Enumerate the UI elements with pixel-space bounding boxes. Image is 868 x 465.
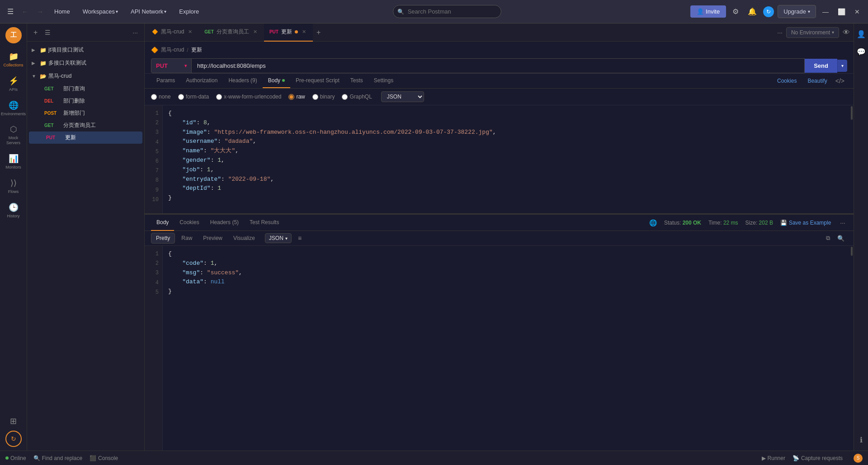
tab-close-emp[interactable]: ✕ [252,28,259,35]
response-tab-headers[interactable]: Headers (5) [205,215,244,231]
tab-get-emp[interactable]: GET 分页查询员工 ✕ [199,23,264,42]
tree-item-heima[interactable]: ▼ 📂 黑马-crud [27,70,144,83]
extensions-icon-button[interactable]: ⊞ [2,413,25,430]
tab-add-button[interactable]: + [313,27,324,38]
sidebar-item-environments[interactable]: 🌐 Environments [2,97,25,120]
breadcrumb-collection[interactable]: 黑马-crud [161,46,184,54]
settings-icon-button[interactable]: ⚙ [730,5,741,18]
save-as-example-button[interactable]: 💾 Save as Example [780,220,831,226]
runner-button[interactable]: ▶ Runner [762,455,785,461]
tree-item-emp-page[interactable]: GET 分页查询员工 [27,119,144,132]
save-icon: 💾 [780,220,787,226]
beautify-link[interactable]: Beautify [802,74,832,88]
more-collections-button[interactable]: ··· [131,28,140,37]
right-person-icon-button[interactable]: 👤 [854,27,868,41]
tab-params[interactable]: Params [151,74,180,88]
filter-icon-button[interactable]: ≡ [295,233,304,243]
code-icon-button[interactable]: </> [833,74,847,88]
hamburger-button[interactable]: ☰ [5,5,15,18]
explore-nav[interactable]: Explore [175,5,203,18]
tab-body[interactable]: Body [263,74,290,88]
sidebar-item-collections[interactable]: 📁 Collections [2,48,25,71]
tree-item-dept-add[interactable]: POST 新增部门 [27,107,144,119]
online-status[interactable]: Online [5,455,26,461]
tab-more-button[interactable]: ··· [774,27,786,38]
format-raw[interactable]: Raw [177,233,197,243]
search-response-button[interactable]: 🔍 [835,234,847,243]
tab-tests[interactable]: Tests [345,74,368,88]
send-arrow-button[interactable]: ▾ [837,60,847,72]
code-line-1: { [168,109,844,118]
response-tab-body[interactable]: Body [151,215,174,231]
home-nav[interactable]: Home [50,5,75,18]
tree-item-jt[interactable]: ▶ 📁 jt项目接口测试 [27,43,144,56]
tab-close-heima[interactable]: ✕ [187,28,193,35]
request-code-content[interactable]: { "id": 8, "image": "https://web-framewo… [163,105,850,213]
tab-close-update[interactable]: ✕ [301,28,307,35]
environment-selector[interactable]: No Environment ▾ [786,27,839,38]
search-input[interactable] [393,5,501,18]
tab-settings[interactable]: Settings [368,74,399,88]
copy-response-button[interactable]: ⧉ [823,233,833,243]
right-info-icon-button[interactable]: ℹ [857,433,865,447]
find-replace-button[interactable]: 🔍 Find and replace [33,455,82,461]
option-urlencoded[interactable]: x-www-form-urlencoded [216,94,281,100]
right-comment-icon-button[interactable]: 💬 [854,45,868,59]
tree-item-dept-delete[interactable]: DEL 部门删除 [27,95,144,107]
bell-icon-button[interactable]: 🔔 [745,5,760,18]
workspaces-nav[interactable]: Workspaces ▾ [78,5,123,18]
sidebar-item-apis[interactable]: ⚡ APIs [2,72,25,96]
close-button[interactable]: ✕ [852,6,863,17]
sync-status-icon[interactable]: ↻ [5,431,22,447]
capture-button[interactable]: 📡 Capture requests [793,455,843,461]
tree-item-update[interactable]: PUT 更新 [29,132,142,144]
option-none[interactable]: none [151,94,171,100]
response-tab-cookies[interactable]: Cookies [174,215,204,231]
option-binary[interactable]: binary [312,94,335,100]
tree-item-dept-query[interactable]: GET 部门查询 [27,83,144,95]
post-method-badge: POST [44,111,61,116]
postman-logo-area: S [854,454,863,463]
minimize-button[interactable]: — [820,6,831,17]
response-tab-test-results[interactable]: Test Results [244,215,284,231]
sidebar-item-monitors[interactable]: 📊 Monitors [2,150,25,174]
forward-button[interactable]: → [34,6,46,17]
env-eye-button[interactable]: 👁 [841,27,852,38]
upgrade-button[interactable]: Upgrade ▾ [778,5,816,18]
sidebar-item-history[interactable]: 🕒 History [2,199,25,222]
send-button[interactable]: Send [805,59,837,73]
format-visualize[interactable]: Visualize [229,233,259,243]
sidebar-item-flows[interactable]: ⟩⟩ Flows [2,174,25,198]
sidebar-item-mock-servers[interactable]: ⬡ Mock Servers [2,121,25,149]
maximize-button[interactable]: ⬜ [835,6,848,17]
url-input[interactable] [192,58,805,73]
response-more-button[interactable]: ··· [838,218,847,227]
tab-put-update[interactable]: PUT 更新 ✕ [264,23,313,42]
back-button[interactable]: ← [19,6,31,17]
api-network-nav[interactable]: API Network ▾ [126,5,171,18]
option-form-data[interactable]: form-data [178,94,209,100]
tab-pre-request[interactable]: Pre-request Script [290,74,345,88]
user-avatar[interactable]: 工 [5,27,22,43]
code-line-4: "username": "dadada", [168,137,844,146]
add-collection-button[interactable]: + [32,28,39,38]
resp-line-3: "msg": "success", [168,268,844,278]
method-select[interactable]: PUT ▾ [151,58,192,73]
json-format-select[interactable]: JSON Text JavaScript HTML XML [381,91,424,102]
format-pretty[interactable]: Pretty [151,233,175,244]
option-raw[interactable]: raw [288,94,305,100]
resp-line-4: "data": null [168,277,844,287]
tree-item-multiconn[interactable]: ▶ 📁 多接口关联测试 [27,56,144,70]
resp-line-2: "code": 1, [168,259,844,268]
tab-heima-crud[interactable]: 🔶 黑马-crud ✕ [146,23,199,42]
console-button[interactable]: ⬛ Console [90,455,118,461]
tab-authorization[interactable]: Authorization [180,74,223,88]
tab-headers[interactable]: Headers (9) [223,74,262,88]
format-preview[interactable]: Preview [198,233,227,243]
code-line-6: "gender": 1, [168,156,844,165]
invite-button[interactable]: 👤 Invite [690,5,726,18]
filter-collections-button[interactable]: ☰ [43,28,52,37]
option-graphql[interactable]: GraphQL [342,94,372,100]
json-format-response[interactable]: JSON ▾ [265,233,292,243]
cookies-link[interactable]: Cookies [772,74,802,88]
